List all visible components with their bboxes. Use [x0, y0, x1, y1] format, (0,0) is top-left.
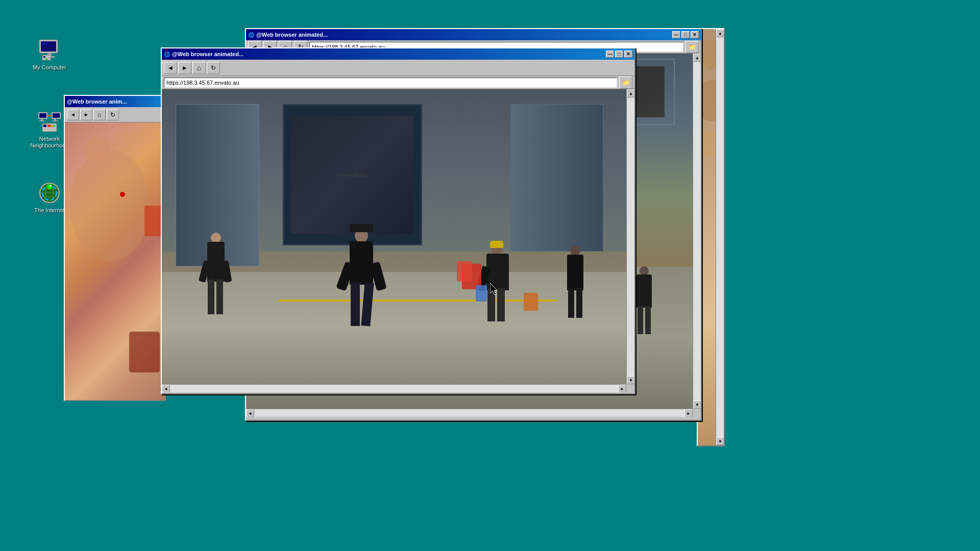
- vscroll-up-front[interactable]: ▲: [627, 89, 634, 97]
- svg-point-22: [53, 125, 55, 127]
- vscroll-up-btn[interactable]: ▲: [716, 29, 724, 37]
- titlebar-controls-front: — □ ✕: [606, 51, 632, 58]
- forward-btn-front[interactable]: ►: [178, 62, 191, 74]
- svg-rect-11: [41, 119, 43, 120]
- refresh-btn-second[interactable]: ↻: [107, 109, 119, 120]
- svg-rect-10: [39, 113, 46, 118]
- internet-icon-img: [37, 181, 62, 205]
- svg-rect-19: [43, 124, 46, 127]
- hscroll-right-back[interactable]: ►: [684, 409, 693, 417]
- vscroll-down-front[interactable]: ▼: [627, 376, 634, 384]
- desktop: My Computer: [0, 0, 980, 551]
- svg-rect-15: [54, 119, 56, 120]
- hscroll-right-front[interactable]: ►: [618, 385, 626, 392]
- titlebar-second-partial[interactable]: @Web browser anim...: [65, 96, 165, 107]
- svg-point-21: [51, 125, 53, 127]
- maximize-btn-back[interactable]: □: [681, 31, 690, 38]
- back-btn-second[interactable]: ◄: [67, 109, 79, 120]
- my-computer-icon-img: [37, 38, 62, 62]
- hscrollbar-back[interactable]: ◄ ►: [246, 409, 693, 417]
- network-label: NetworkNeighbourhood: [30, 136, 68, 149]
- svg-rect-20: [47, 124, 51, 127]
- browser-content-front: Screen display: [162, 89, 634, 392]
- refresh-btn-front[interactable]: ↻: [207, 62, 220, 74]
- vscroll-up-back[interactable]: ▲: [693, 54, 701, 62]
- folder-btn-back[interactable]: 📁: [685, 41, 699, 53]
- vscrollbar-back[interactable]: ▲ ▼: [693, 54, 701, 409]
- svg-point-32: [50, 185, 52, 187]
- titlebar-second-text: @Web browser anim...: [67, 98, 127, 105]
- svg-point-7: [48, 57, 49, 58]
- minimize-btn-back[interactable]: —: [672, 31, 680, 38]
- hscroll-left-back[interactable]: ◄: [246, 409, 254, 417]
- my-computer-label: My Computer: [33, 64, 66, 71]
- address-bar-front: 📁: [162, 76, 634, 89]
- browser-window-front: 🌐 @Web browser animated... — □ ✕ ◄ ► ⌂ ↻…: [161, 47, 635, 394]
- desktop-icon-my-computer[interactable]: My Computer: [29, 36, 70, 73]
- svg-point-8: [45, 58, 47, 60]
- titlebar-front[interactable]: 🌐 @Web browser animated... — □ ✕: [162, 48, 634, 60]
- titlebar-back[interactable]: 🌐 @Web browser animated... — □ ✕: [246, 29, 701, 40]
- maximize-btn-front[interactable]: □: [615, 51, 623, 58]
- content-second-partial: [65, 122, 165, 400]
- vscroll-down-btn[interactable]: ▼: [716, 437, 724, 445]
- vscrollbar-front[interactable]: ▲ ▼: [626, 89, 634, 384]
- hscrollbar-front[interactable]: ◄ ►: [162, 384, 626, 392]
- hscroll-left-front[interactable]: ◄: [162, 385, 170, 392]
- minimize-btn-front[interactable]: —: [606, 51, 614, 58]
- home-btn-second[interactable]: ⌂: [93, 109, 106, 120]
- svg-rect-6: [43, 56, 45, 58]
- titlebar-title-front: 🌐 @Web browser animated...: [164, 51, 243, 57]
- titlebar-title-back: 🌐 @Web browser animated...: [248, 32, 328, 38]
- close-btn-front[interactable]: ✕: [624, 51, 632, 58]
- browser-window-second: @Web browser anim... ◄ ► ⌂ ↻: [64, 95, 166, 401]
- svg-rect-16: [53, 120, 58, 121]
- vscroll-down-back[interactable]: ▼: [693, 400, 701, 409]
- toolbar-second-partial: ◄ ► ⌂ ↻: [65, 107, 165, 122]
- titlebar-icon-back: 🌐: [248, 32, 254, 38]
- internet-label: The Internet: [34, 207, 64, 214]
- network-icon-img: [37, 109, 62, 134]
- right-panel-vscrollbar[interactable]: ▲ ▼: [716, 29, 724, 445]
- svg-rect-2: [41, 42, 48, 45]
- browser-toolbar-front: ◄ ► ⌂ ↻: [162, 60, 634, 76]
- forward-btn-second[interactable]: ►: [80, 109, 92, 120]
- titlebar-controls-back: — □ ✕: [672, 31, 699, 38]
- home-btn-front[interactable]: ⌂: [192, 62, 206, 74]
- folder-btn-front[interactable]: 📁: [619, 77, 632, 89]
- close-btn-back[interactable]: ✕: [691, 31, 699, 38]
- svg-rect-14: [53, 113, 60, 118]
- titlebar-icon-front: 🌐: [164, 52, 170, 57]
- url-input-front[interactable]: [164, 78, 617, 88]
- svg-rect-12: [39, 120, 44, 121]
- back-btn-front[interactable]: ◄: [164, 62, 177, 74]
